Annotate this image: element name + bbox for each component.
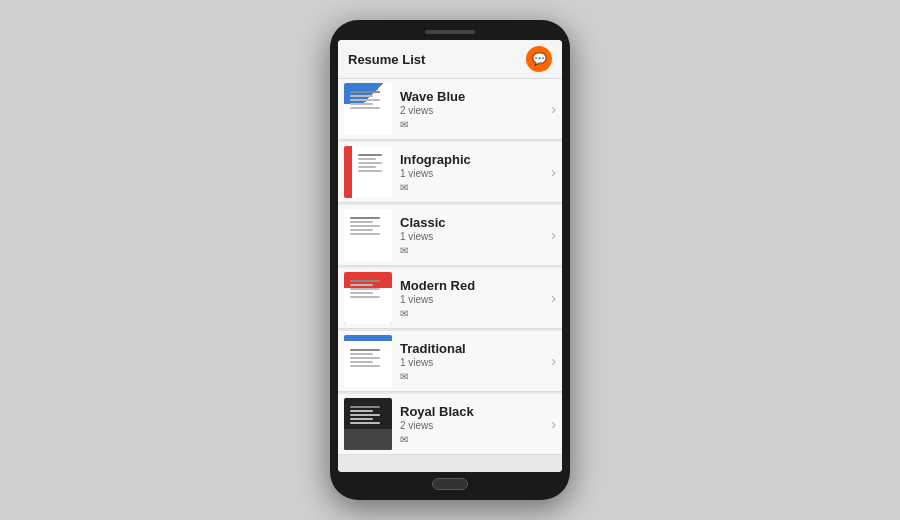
resume-views: 1 views xyxy=(400,231,547,242)
chevron-icon: › xyxy=(551,227,556,243)
email-icon: ✉ xyxy=(400,182,547,193)
resume-name: Infographic xyxy=(400,152,547,167)
chevron-icon: › xyxy=(551,353,556,369)
resume-info: Classic 1 views ✉ xyxy=(400,215,547,256)
email-icon: ✉ xyxy=(400,119,547,130)
phone-frame: Resume List 💬 Wave Blue 2 views xyxy=(330,20,570,500)
resume-info: Wave Blue 2 views ✉ xyxy=(400,89,547,130)
resume-info: Traditional 1 views ✉ xyxy=(400,341,547,382)
resume-thumb xyxy=(344,335,392,387)
list-item[interactable]: Traditional 1 views ✉ › xyxy=(338,331,562,392)
email-icon: ✉ xyxy=(400,434,547,445)
resume-views: 2 views xyxy=(400,105,547,116)
resume-thumb xyxy=(344,272,392,324)
header-title: Resume List xyxy=(348,52,425,67)
list-item[interactable]: Classic 1 views ✉ › xyxy=(338,205,562,266)
resume-info: Royal Black 2 views ✉ xyxy=(400,404,547,445)
chevron-icon: › xyxy=(551,416,556,432)
chat-button[interactable]: 💬 xyxy=(526,46,552,72)
resume-list: Wave Blue 2 views ✉ › Infographic 1 view… xyxy=(338,79,562,472)
resume-thumb xyxy=(344,398,392,450)
resume-name: Royal Black xyxy=(400,404,547,419)
home-button[interactable] xyxy=(432,478,468,490)
resume-views: 1 views xyxy=(400,357,547,368)
list-item[interactable]: Modern Red 1 views ✉ › xyxy=(338,268,562,329)
phone-speaker xyxy=(425,30,475,34)
resume-views: 1 views xyxy=(400,294,547,305)
resume-thumb xyxy=(344,146,392,198)
chevron-icon: › xyxy=(551,101,556,117)
resume-thumb xyxy=(344,209,392,261)
chevron-icon: › xyxy=(551,290,556,306)
resume-views: 2 views xyxy=(400,420,547,431)
resume-name: Wave Blue xyxy=(400,89,547,104)
list-item[interactable]: Wave Blue 2 views ✉ › xyxy=(338,79,562,140)
chat-icon: 💬 xyxy=(532,52,547,66)
email-icon: ✉ xyxy=(400,308,547,319)
app-header: Resume List 💬 xyxy=(338,40,562,79)
email-icon: ✉ xyxy=(400,371,547,382)
list-item[interactable]: Royal Black 2 views ✉ › xyxy=(338,394,562,455)
resume-info: Modern Red 1 views ✉ xyxy=(400,278,547,319)
resume-info: Infographic 1 views ✉ xyxy=(400,152,547,193)
list-item[interactable]: Infographic 1 views ✉ › xyxy=(338,142,562,203)
chevron-icon: › xyxy=(551,164,556,180)
resume-name: Modern Red xyxy=(400,278,547,293)
email-icon: ✉ xyxy=(400,245,547,256)
resume-views: 1 views xyxy=(400,168,547,179)
resume-thumb xyxy=(344,83,392,135)
resume-name: Classic xyxy=(400,215,547,230)
phone-screen: Resume List 💬 Wave Blue 2 views xyxy=(338,40,562,472)
resume-name: Traditional xyxy=(400,341,547,356)
